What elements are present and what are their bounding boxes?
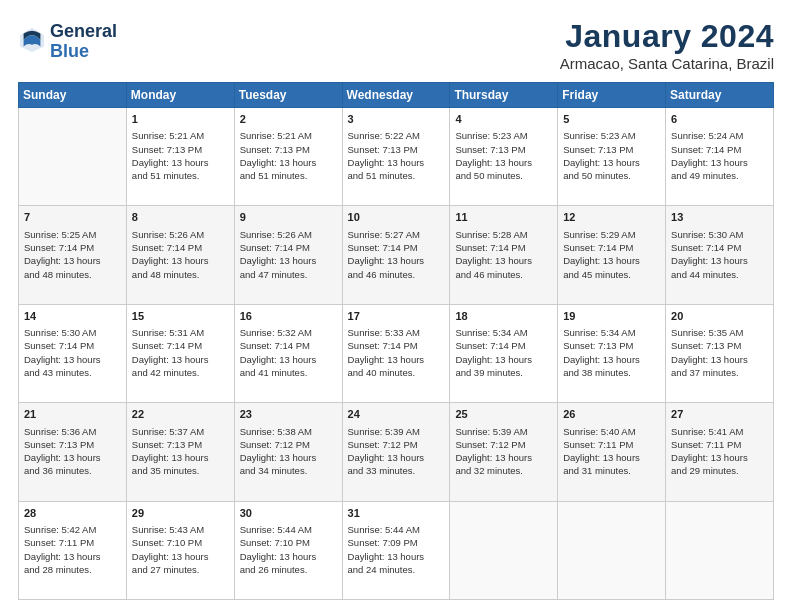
- day-info-line: Sunset: 7:13 PM: [455, 143, 552, 156]
- calendar-day-cell: 14Sunrise: 5:30 AMSunset: 7:14 PMDayligh…: [19, 304, 127, 402]
- day-info-line: Sunset: 7:13 PM: [132, 438, 229, 451]
- day-info-line: Sunrise: 5:31 AM: [132, 326, 229, 339]
- calendar-day-cell: 23Sunrise: 5:38 AMSunset: 7:12 PMDayligh…: [234, 403, 342, 501]
- logo-line1: General: [50, 22, 117, 42]
- day-info-line: Sunrise: 5:44 AM: [240, 523, 337, 536]
- day-info-line: Sunrise: 5:39 AM: [455, 425, 552, 438]
- day-info-line: Sunset: 7:14 PM: [563, 241, 660, 254]
- calendar-day-cell: 17Sunrise: 5:33 AMSunset: 7:14 PMDayligh…: [342, 304, 450, 402]
- day-number: 5: [563, 112, 660, 127]
- day-info-line: and 50 minutes.: [455, 169, 552, 182]
- day-number: 29: [132, 506, 229, 521]
- day-info-line: Sunrise: 5:32 AM: [240, 326, 337, 339]
- day-info-line: Sunrise: 5:36 AM: [24, 425, 121, 438]
- day-info-line: Daylight: 13 hours: [240, 254, 337, 267]
- day-info-line: Daylight: 13 hours: [24, 254, 121, 267]
- day-number: 24: [348, 407, 445, 422]
- day-info-line: Sunrise: 5:28 AM: [455, 228, 552, 241]
- day-info-line: Sunrise: 5:40 AM: [563, 425, 660, 438]
- day-info-line: Sunrise: 5:24 AM: [671, 129, 768, 142]
- day-info-line: and 37 minutes.: [671, 366, 768, 379]
- calendar-week-row: 28Sunrise: 5:42 AMSunset: 7:11 PMDayligh…: [19, 501, 774, 599]
- day-info-line: and 39 minutes.: [455, 366, 552, 379]
- day-info-line: Sunset: 7:14 PM: [132, 339, 229, 352]
- day-info-line: Daylight: 13 hours: [132, 353, 229, 366]
- logo-icon: [18, 26, 46, 54]
- calendar-day-cell: 27Sunrise: 5:41 AMSunset: 7:11 PMDayligh…: [666, 403, 774, 501]
- calendar-day-cell: 3Sunrise: 5:22 AMSunset: 7:13 PMDaylight…: [342, 108, 450, 206]
- day-info-line: Sunset: 7:10 PM: [240, 536, 337, 549]
- day-info-line: Sunset: 7:13 PM: [348, 143, 445, 156]
- day-info-line: Sunset: 7:09 PM: [348, 536, 445, 549]
- day-info-line: and 27 minutes.: [132, 563, 229, 576]
- day-info-line: Daylight: 13 hours: [563, 254, 660, 267]
- logo-line2: Blue: [50, 42, 117, 62]
- header: General Blue January 2024 Armacao, Santa…: [18, 18, 774, 72]
- day-info-line: Sunset: 7:12 PM: [455, 438, 552, 451]
- calendar-day-cell: 10Sunrise: 5:27 AMSunset: 7:14 PMDayligh…: [342, 206, 450, 304]
- day-info-line: Daylight: 13 hours: [348, 451, 445, 464]
- calendar-day-cell: 19Sunrise: 5:34 AMSunset: 7:13 PMDayligh…: [558, 304, 666, 402]
- day-info-line: Sunset: 7:12 PM: [348, 438, 445, 451]
- day-info-line: Sunrise: 5:25 AM: [24, 228, 121, 241]
- calendar-day-cell: 15Sunrise: 5:31 AMSunset: 7:14 PMDayligh…: [126, 304, 234, 402]
- day-info-line: Sunrise: 5:35 AM: [671, 326, 768, 339]
- day-info-line: Sunrise: 5:30 AM: [24, 326, 121, 339]
- day-number: 25: [455, 407, 552, 422]
- day-info-line: Sunset: 7:14 PM: [348, 339, 445, 352]
- calendar-table: SundayMondayTuesdayWednesdayThursdayFrid…: [18, 82, 774, 600]
- day-number: 7: [24, 210, 121, 225]
- day-info-line: Sunset: 7:14 PM: [240, 339, 337, 352]
- day-info-line: and 46 minutes.: [348, 268, 445, 281]
- day-info-line: Sunset: 7:13 PM: [240, 143, 337, 156]
- calendar-day-cell: [558, 501, 666, 599]
- day-info-line: Sunrise: 5:30 AM: [671, 228, 768, 241]
- day-info-line: Sunset: 7:14 PM: [132, 241, 229, 254]
- day-info-line: and 24 minutes.: [348, 563, 445, 576]
- logo-text: General Blue: [50, 22, 117, 62]
- day-info-line: Sunset: 7:13 PM: [24, 438, 121, 451]
- day-info-line: Sunset: 7:14 PM: [240, 241, 337, 254]
- day-info-line: and 34 minutes.: [240, 464, 337, 477]
- calendar-day-cell: 12Sunrise: 5:29 AMSunset: 7:14 PMDayligh…: [558, 206, 666, 304]
- calendar-header-row: SundayMondayTuesdayWednesdayThursdayFrid…: [19, 83, 774, 108]
- calendar-week-row: 21Sunrise: 5:36 AMSunset: 7:13 PMDayligh…: [19, 403, 774, 501]
- day-info-line: Sunset: 7:14 PM: [671, 143, 768, 156]
- calendar-week-row: 14Sunrise: 5:30 AMSunset: 7:14 PMDayligh…: [19, 304, 774, 402]
- day-info-line: and 41 minutes.: [240, 366, 337, 379]
- calendar-day-cell: 26Sunrise: 5:40 AMSunset: 7:11 PMDayligh…: [558, 403, 666, 501]
- day-info-line: Daylight: 13 hours: [24, 550, 121, 563]
- column-header-tuesday: Tuesday: [234, 83, 342, 108]
- day-info-line: Daylight: 13 hours: [24, 353, 121, 366]
- day-info-line: Sunset: 7:14 PM: [24, 339, 121, 352]
- day-info-line: Sunrise: 5:26 AM: [132, 228, 229, 241]
- calendar-day-cell: 2Sunrise: 5:21 AMSunset: 7:13 PMDaylight…: [234, 108, 342, 206]
- day-info-line: Daylight: 13 hours: [240, 451, 337, 464]
- day-number: 16: [240, 309, 337, 324]
- column-header-sunday: Sunday: [19, 83, 127, 108]
- day-info-line: Sunset: 7:14 PM: [455, 339, 552, 352]
- calendar-subtitle: Armacao, Santa Catarina, Brazil: [560, 55, 774, 72]
- calendar-day-cell: 24Sunrise: 5:39 AMSunset: 7:12 PMDayligh…: [342, 403, 450, 501]
- day-info-line: Sunrise: 5:23 AM: [563, 129, 660, 142]
- day-number: 21: [24, 407, 121, 422]
- day-info-line: and 26 minutes.: [240, 563, 337, 576]
- day-info-line: and 28 minutes.: [24, 563, 121, 576]
- column-header-thursday: Thursday: [450, 83, 558, 108]
- logo: General Blue: [18, 22, 117, 62]
- calendar-day-cell: 28Sunrise: 5:42 AMSunset: 7:11 PMDayligh…: [19, 501, 127, 599]
- day-info-line: and 50 minutes.: [563, 169, 660, 182]
- day-info-line: Sunrise: 5:42 AM: [24, 523, 121, 536]
- day-info-line: Sunset: 7:11 PM: [24, 536, 121, 549]
- calendar-week-row: 7Sunrise: 5:25 AMSunset: 7:14 PMDaylight…: [19, 206, 774, 304]
- day-info-line: and 45 minutes.: [563, 268, 660, 281]
- calendar-day-cell: 20Sunrise: 5:35 AMSunset: 7:13 PMDayligh…: [666, 304, 774, 402]
- column-header-monday: Monday: [126, 83, 234, 108]
- day-info-line: Sunrise: 5:23 AM: [455, 129, 552, 142]
- day-info-line: and 48 minutes.: [24, 268, 121, 281]
- day-number: 15: [132, 309, 229, 324]
- column-header-wednesday: Wednesday: [342, 83, 450, 108]
- day-number: 12: [563, 210, 660, 225]
- day-info-line: Daylight: 13 hours: [348, 254, 445, 267]
- day-number: 10: [348, 210, 445, 225]
